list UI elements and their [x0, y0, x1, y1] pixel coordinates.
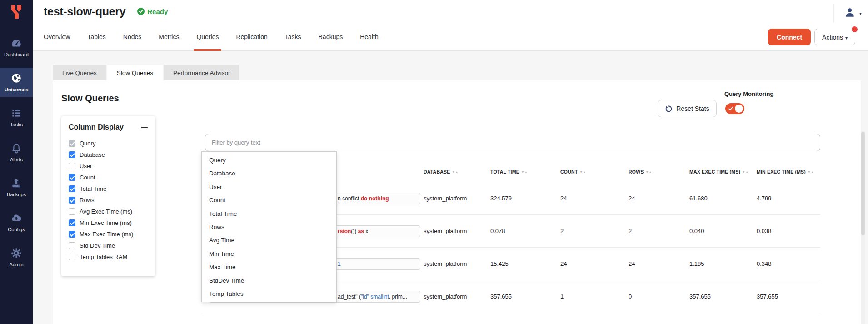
sidebar-item-label: Admin	[9, 262, 23, 267]
dropdown-option-user[interactable]: User	[202, 180, 336, 194]
dropdown-option-database[interactable]: Database	[202, 167, 336, 180]
column-option-avg-exec-time[interactable]: Avg Exec Time (ms)	[69, 206, 148, 217]
sidebar-item-label: Universes	[5, 87, 29, 92]
sidebar-item-alerts[interactable]: Alerts	[0, 138, 33, 167]
database-cell: system_platform	[424, 293, 490, 300]
dropdown-option-max-time[interactable]: Max Time	[202, 260, 336, 274]
collapse-icon[interactable]	[141, 127, 148, 128]
tab-overview[interactable]: Overview	[44, 23, 70, 51]
checkbox[interactable]	[69, 197, 75, 204]
column-option-count[interactable]: Count	[69, 172, 148, 183]
tab-tables[interactable]: Tables	[87, 23, 105, 51]
universe-title: test-slow-query	[44, 5, 125, 18]
checkbox[interactable]	[69, 242, 75, 249]
reset-icon	[665, 105, 673, 113]
actions-button[interactable]: Actions▾	[814, 29, 855, 45]
actions-label: Actions	[822, 34, 843, 41]
globe-icon	[10, 72, 22, 84]
column-header-count[interactable]: COUNT▼▲	[560, 169, 629, 174]
sidebar-item-admin[interactable]: Admin	[0, 243, 33, 272]
database-cell: system_platform	[424, 195, 490, 202]
checkbox[interactable]	[69, 231, 75, 238]
max-exec-time-cell: 61.680	[689, 195, 757, 202]
column-header-total-time[interactable]: TOTAL TIME▼▲	[490, 169, 560, 174]
tab-tasks[interactable]: Tasks	[285, 23, 301, 51]
sidebar: Dashboard Universes	[0, 0, 33, 324]
user-menu[interactable]: ▾	[833, 4, 862, 23]
dropdown-option-temp-tables[interactable]: Temp Tables	[202, 287, 336, 300]
column-option-std-dev-time[interactable]: Std Dev Time	[69, 240, 148, 251]
total-time-cell: 357.655	[490, 293, 560, 300]
column-option-max-exec-time[interactable]: Max Exec Time (ms)	[69, 229, 148, 240]
min-exec-time-cell: 357.655	[757, 293, 820, 300]
tab-metrics[interactable]: Metrics	[159, 23, 179, 51]
total-time-cell: 0.078	[490, 228, 560, 234]
checkbox[interactable]	[69, 174, 75, 181]
column-header-min-exec-time[interactable]: MIN EXEC TIME (MS)▼▲	[757, 169, 820, 174]
query-monitoring-toggle[interactable]	[725, 103, 744, 114]
checkbox[interactable]	[69, 151, 75, 158]
sidebar-item-tasks[interactable]: Tasks	[0, 103, 33, 132]
checkbox[interactable]	[69, 208, 75, 215]
database-cell: system_platform	[424, 228, 490, 234]
subtab-live-queries[interactable]: Live Queries	[53, 65, 106, 80]
scrollbar-thumb[interactable]	[861, 132, 865, 235]
tab-backups[interactable]: Backups	[319, 23, 343, 51]
universe-nav-tabs: Overview Tables Nodes Metrics Queries Re…	[44, 23, 379, 51]
subtab-performance-advisor[interactable]: Performance Advisor	[164, 65, 239, 80]
sidebar-item-dashboard[interactable]: Dashboard	[0, 33, 33, 62]
sidebar-item-label: Configs	[8, 227, 25, 232]
sort-icon: ▼▲	[808, 170, 814, 174]
sort-icon: ▼▲	[742, 170, 748, 174]
app-root: Dashboard Universes	[0, 0, 868, 324]
sidebar-item-backups[interactable]: Backups	[0, 173, 33, 202]
query-filter-input[interactable]	[205, 134, 820, 151]
column-header-rows[interactable]: ROWS▼▲	[629, 169, 689, 174]
vertical-scrollbar[interactable]	[861, 131, 865, 324]
sidebar-item-configs[interactable]: Configs	[0, 208, 33, 237]
reset-stats-button[interactable]: Reset Stats	[658, 100, 717, 117]
filter-column-dropdown: Query Database User Count Total Time Row…	[201, 151, 337, 302]
column-display-card: Column Display Query Database User Count…	[61, 116, 155, 276]
dropdown-option-count[interactable]: Count	[202, 194, 336, 207]
dropdown-option-query[interactable]: Query	[202, 154, 336, 167]
dropdown-option-min-time[interactable]: Min Time	[202, 247, 336, 260]
checkbox[interactable]	[69, 254, 75, 260]
yugabyte-logo[interactable]	[0, 0, 33, 27]
dropdown-option-avg-time[interactable]: Avg Time	[202, 234, 336, 247]
tab-replication[interactable]: Replication	[236, 23, 267, 51]
cloud-icon	[10, 212, 22, 224]
checkbox[interactable]	[69, 163, 75, 169]
column-option-rows[interactable]: Rows	[69, 194, 148, 206]
dropdown-option-stddev-time[interactable]: StdDev Time	[202, 274, 336, 287]
column-header-database[interactable]: DATABASE▼▲	[424, 169, 490, 174]
dropdown-option-total-time[interactable]: Total Time	[202, 207, 336, 220]
tab-health[interactable]: Health	[360, 23, 378, 51]
column-option-user[interactable]: User	[69, 160, 148, 172]
column-option-min-exec-time[interactable]: Min Exec Time (ms)	[69, 217, 148, 229]
sort-icon: ▼▲	[452, 170, 458, 174]
subtab-slow-queries[interactable]: Slow Queries	[107, 65, 163, 81]
dropdown-option-rows[interactable]: Rows	[202, 220, 336, 234]
sidebar-item-universes[interactable]: Universes	[0, 68, 33, 97]
reset-stats-label: Reset Stats	[676, 105, 709, 112]
sort-icon: ▼▲	[521, 170, 528, 174]
min-exec-time-cell: 0.348	[757, 260, 820, 267]
count-cell: 2	[560, 228, 629, 234]
tab-nodes[interactable]: Nodes	[123, 23, 141, 51]
column-header-max-exec-time[interactable]: MAX EXEC TIME (MS)▼▲	[689, 169, 757, 174]
checkbox[interactable]	[69, 185, 75, 192]
column-option-database[interactable]: Database	[69, 149, 148, 160]
rows-cell: 0	[629, 293, 689, 300]
sidebar-item-label: Backups	[7, 192, 26, 197]
sort-icon: ▼▲	[645, 170, 652, 174]
column-option-query[interactable]: Query	[69, 138, 148, 149]
checkbox[interactable]	[69, 219, 75, 226]
tab-queries[interactable]: Queries	[196, 23, 219, 51]
checkbox[interactable]	[69, 140, 75, 147]
column-option-total-time[interactable]: Total Time	[69, 183, 148, 194]
column-option-temp-tables-ram[interactable]: Temp Tables RAM	[69, 251, 148, 263]
connect-button[interactable]: Connect	[768, 29, 811, 45]
total-time-cell: 324.579	[490, 195, 560, 202]
sort-icon: ▼▲	[579, 170, 586, 174]
